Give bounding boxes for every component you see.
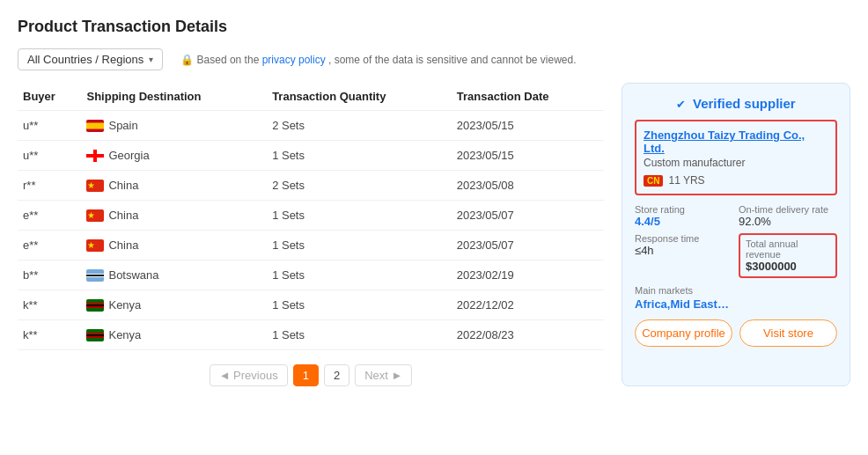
table-row: k** Kenya 1 Sets 2022/08/23 bbox=[18, 320, 604, 350]
flag-icon bbox=[86, 180, 104, 192]
revenue-box: Total annual revenue $3000000 bbox=[739, 233, 837, 278]
response-time-stat: Response time ≤4h bbox=[635, 233, 733, 278]
privacy-policy-link[interactable]: privacy policy bbox=[262, 54, 326, 66]
company-type: Custom manufacturer bbox=[644, 157, 828, 169]
pagination: ◄ Previous 1 2 Next ► bbox=[18, 364, 604, 386]
date-cell: 2023/05/07 bbox=[452, 231, 604, 261]
buyer-cell: k** bbox=[18, 320, 81, 350]
date-cell: 2023/05/15 bbox=[452, 141, 604, 171]
revenue-label: Total annual revenue bbox=[746, 239, 830, 260]
table-row: b** Botswana 1 Sets 2023/02/19 bbox=[18, 261, 604, 290]
page-2-button[interactable]: 2 bbox=[324, 364, 349, 386]
quantity-cell: 1 Sets bbox=[267, 290, 452, 320]
date-cell: 2022/12/02 bbox=[452, 290, 604, 320]
col-destination: Shipping Destination bbox=[81, 83, 267, 111]
buyer-cell: u** bbox=[18, 111, 81, 141]
table-row: k** Kenya 1 Sets 2022/12/02 bbox=[18, 290, 604, 320]
buyer-cell: e** bbox=[18, 201, 81, 231]
col-date: Transaction Date bbox=[452, 83, 604, 111]
flag-icon bbox=[86, 120, 104, 132]
markets-value: Africa,Mid East… bbox=[635, 297, 729, 311]
country-code-badge: CN bbox=[644, 175, 663, 187]
ontime-label: On-time delivery rate bbox=[739, 204, 837, 215]
revenue-value: $3000000 bbox=[746, 260, 797, 273]
ontime-value: 92.0% bbox=[739, 215, 771, 228]
country-name: China bbox=[108, 179, 138, 192]
privacy-note: 🔒 Based on the privacy policy , some of … bbox=[180, 54, 576, 66]
buyer-cell: k** bbox=[18, 290, 81, 320]
country-name: Kenya bbox=[108, 328, 141, 341]
buyer-cell: b** bbox=[18, 261, 81, 290]
country-name: Georgia bbox=[108, 149, 149, 162]
flag-icon bbox=[86, 209, 104, 222]
quantity-cell: 1 Sets bbox=[267, 261, 452, 290]
years-badge: 11 YRS bbox=[668, 174, 704, 187]
table-row: e** China 1 Sets 2023/05/07 bbox=[18, 231, 604, 261]
destination-cell: Spain bbox=[81, 111, 267, 141]
page-1-button[interactable]: 1 bbox=[293, 364, 319, 386]
store-rating-label: Store rating bbox=[635, 204, 733, 215]
quantity-cell: 2 Sets bbox=[267, 171, 452, 201]
buyer-cell: e** bbox=[18, 231, 81, 261]
col-buyer: Buyer bbox=[18, 83, 81, 111]
destination-cell: China bbox=[81, 201, 267, 231]
quantity-cell: 1 Sets bbox=[267, 201, 452, 231]
country-filter-label: All Countries / Regions bbox=[27, 53, 143, 66]
country-name: Spain bbox=[108, 119, 137, 132]
main-layout: Buyer Shipping Destination Transaction Q… bbox=[18, 83, 850, 386]
quantity-cell: 1 Sets bbox=[267, 320, 452, 350]
date-cell: 2023/05/15 bbox=[452, 111, 604, 141]
markets-label: Main markets bbox=[635, 285, 837, 296]
table-row: u** Spain 2 Sets 2023/05/15 bbox=[18, 111, 604, 141]
stats-grid: Store rating 4.4/5 On-time delivery rate… bbox=[635, 204, 837, 278]
response-label: Response time bbox=[635, 233, 733, 244]
verified-header: ✔ Verified supplier bbox=[635, 96, 837, 111]
verified-label: Verified supplier bbox=[693, 96, 796, 111]
flag-icon bbox=[86, 239, 104, 252]
country-name: China bbox=[108, 239, 138, 252]
country-name: Kenya bbox=[108, 298, 141, 312]
company-info-box: Zhengzhou Taizy Trading Co., Ltd. Custom… bbox=[635, 120, 837, 195]
response-value: ≤4h bbox=[635, 244, 654, 257]
main-markets: Main markets Africa,Mid East… bbox=[635, 285, 837, 311]
quantity-cell: 2 Sets bbox=[267, 111, 452, 141]
destination-cell: Botswana bbox=[81, 261, 267, 290]
flag-icon bbox=[86, 329, 104, 341]
card-actions: Company profile Visit store bbox=[635, 319, 837, 347]
country-filter[interactable]: All Countries / Regions ▾ bbox=[18, 48, 163, 70]
flag-icon bbox=[86, 299, 104, 312]
table-row: e** China 1 Sets 2023/05/07 bbox=[18, 201, 604, 231]
col-quantity: Transaction Quantity bbox=[267, 83, 452, 111]
company-name[interactable]: Zhengzhou Taizy Trading Co., Ltd. bbox=[644, 128, 828, 155]
date-cell: 2022/08/23 bbox=[452, 320, 604, 350]
ontime-delivery-stat: On-time delivery rate 92.0% bbox=[739, 204, 837, 228]
store-rating-value: 4.4/5 bbox=[635, 215, 660, 228]
top-bar: All Countries / Regions ▾ 🔒 Based on the… bbox=[18, 48, 850, 70]
date-cell: 2023/05/07 bbox=[452, 201, 604, 231]
destination-cell: China bbox=[81, 231, 267, 261]
flag-icon bbox=[86, 150, 104, 162]
quantity-cell: 1 Sets bbox=[267, 141, 452, 171]
destination-cell: China bbox=[81, 171, 267, 201]
quantity-cell: 1 Sets bbox=[267, 231, 452, 261]
transactions-table: Buyer Shipping Destination Transaction Q… bbox=[18, 83, 604, 350]
company-profile-button[interactable]: Company profile bbox=[635, 319, 732, 347]
page-title: Product Transaction Details bbox=[18, 18, 850, 36]
next-page-button[interactable]: Next ► bbox=[355, 364, 412, 386]
country-name: Botswana bbox=[108, 268, 158, 282]
destination-cell: Kenya bbox=[81, 320, 267, 350]
table-row: u** Georgia 1 Sets 2023/05/15 bbox=[18, 141, 604, 171]
prev-page-button[interactable]: ◄ Previous bbox=[210, 364, 288, 386]
chevron-down-icon: ▾ bbox=[149, 55, 153, 64]
destination-cell: Kenya bbox=[81, 290, 267, 320]
supplier-card: ✔ Verified supplier Zhengzhou Taizy Trad… bbox=[622, 83, 850, 386]
table-row: r** China 2 Sets 2023/05/08 bbox=[18, 171, 604, 201]
table-section: Buyer Shipping Destination Transaction Q… bbox=[18, 83, 604, 386]
visit-store-button[interactable]: Visit store bbox=[739, 319, 837, 347]
store-rating-stat: Store rating 4.4/5 bbox=[635, 204, 733, 228]
company-meta: CN 11 YRS bbox=[644, 174, 828, 187]
buyer-cell: r** bbox=[18, 171, 81, 201]
date-cell: 2023/02/19 bbox=[452, 261, 604, 290]
destination-cell: Georgia bbox=[81, 141, 267, 171]
date-cell: 2023/05/08 bbox=[452, 171, 604, 201]
